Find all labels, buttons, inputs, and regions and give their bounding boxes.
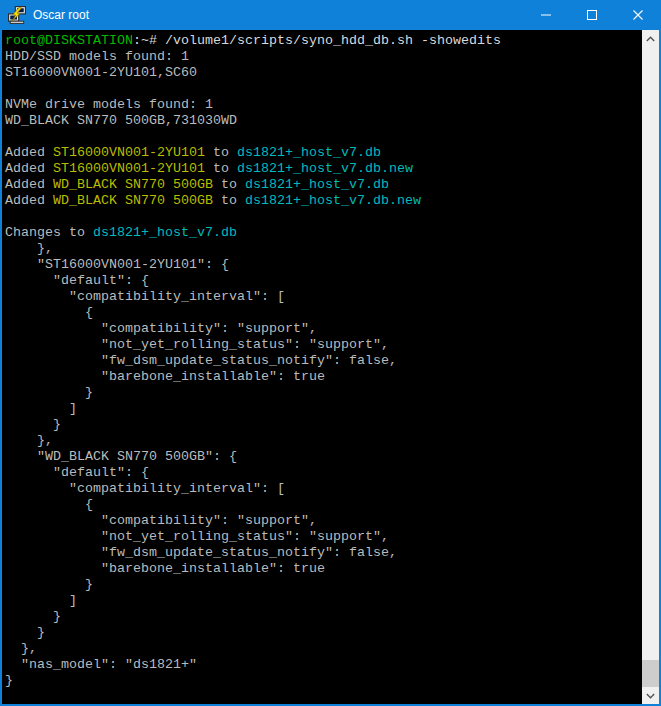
terminal-text-segment: ds1821+_host_v7.db.new (245, 193, 421, 208)
terminal-text-segment: :~# (133, 33, 165, 48)
terminal-text-segment: /volume1/scripts/syno_hdd_db.sh -showedi… (165, 33, 501, 48)
terminal-text-segment: "compatibility_interval": [ (5, 289, 285, 304)
terminal-text-segment: "nas_model": "ds1821+" (5, 657, 197, 672)
window-controls (523, 0, 661, 30)
terminal-line: } (5, 673, 642, 689)
terminal-line (5, 209, 642, 225)
terminal-text-segment: ds1821+_host_v7.db (245, 177, 389, 192)
terminal-line: "ST16000VN001-2YU101": { (5, 257, 642, 273)
terminal-text-segment: } (5, 577, 93, 592)
scrollbar[interactable] (642, 30, 659, 704)
terminal-line: } (5, 577, 642, 593)
terminal-line: { (5, 497, 642, 513)
terminal-line: NVMe drive models found: 1 (5, 97, 642, 113)
scroll-down-button[interactable] (642, 687, 659, 704)
titlebar[interactable]: Oscar root (0, 0, 661, 30)
terminal-line: ST16000VN001-2YU101,SC60 (5, 65, 642, 81)
terminal-line: "not_yet_rolling_status": "support", (5, 337, 642, 353)
maximize-button[interactable] (569, 0, 615, 30)
terminal-text-segment: to (213, 177, 245, 192)
terminal-text-segment: WD_BLACK SN770 500GB (53, 193, 213, 208)
terminal-line: "not_yet_rolling_status": "support", (5, 529, 642, 545)
terminal-text-segment: "WD_BLACK SN770 500GB": { (5, 449, 237, 464)
terminal-text-segment: Added (5, 161, 53, 176)
terminal-text-segment: Added (5, 177, 53, 192)
terminal-screen[interactable]: root@DISKSTATION:~# /volume1/scripts/syn… (2, 30, 642, 704)
terminal-text-segment: to (205, 145, 237, 160)
terminal-line: "fw_dsm_update_status_notify": false, (5, 545, 642, 561)
scroll-up-button[interactable] (642, 30, 659, 47)
terminal-line: WD_BLACK SN770 500GB,731030WD (5, 113, 642, 129)
window-title: Oscar root (33, 0, 89, 30)
putty-window: Oscar root root@DISKSTATION:~# /volume1 (0, 0, 661, 706)
terminal-text-segment: ] (5, 401, 77, 416)
terminal-text-segment: ] (5, 593, 77, 608)
terminal-text-segment: ds1821+_host_v7.db (237, 145, 381, 160)
terminal-line: Added ST16000VN001-2YU101 to ds1821+_hos… (5, 161, 642, 177)
terminal-text-segment: }, (5, 433, 53, 448)
terminal-line (5, 129, 642, 145)
terminal-text-segment: } (5, 609, 61, 624)
terminal-text-segment: "barebone_installable": true (5, 369, 325, 384)
terminal-line: { (5, 305, 642, 321)
terminal-line: Added WD_BLACK SN770 500GB to ds1821+_ho… (5, 193, 642, 209)
terminal-line: Changes to ds1821+_host_v7.db (5, 225, 642, 241)
terminal-line: "compatibility": "support", (5, 321, 642, 337)
terminal-line: }, (5, 241, 642, 257)
terminal-line: } (5, 625, 642, 641)
terminal-text-segment: "fw_dsm_update_status_notify": false, (5, 353, 397, 368)
chevron-down-icon (646, 693, 655, 699)
terminal-line: } (5, 609, 642, 625)
terminal-line: root@DISKSTATION:~# /volume1/scripts/syn… (5, 33, 642, 49)
terminal-text-segment: ds1821+_host_v7.db.new (237, 161, 413, 176)
terminal-text-segment: to (213, 193, 245, 208)
terminal-text-segment: WD_BLACK SN770 500GB,731030WD (5, 113, 237, 128)
putty-app-icon (8, 6, 26, 24)
terminal-text-segment: Changes to (5, 225, 93, 240)
maximize-icon (587, 10, 597, 20)
terminal-line: "WD_BLACK SN770 500GB": { (5, 449, 642, 465)
scrollbar-thumb[interactable] (642, 660, 659, 688)
minimize-button[interactable] (523, 0, 569, 30)
terminal-text-segment: NVMe drive models found: 1 (5, 97, 213, 112)
terminal-text-segment: }, (5, 641, 37, 656)
terminal-line: "default": { (5, 465, 642, 481)
terminal-line: "compatibility_interval": [ (5, 289, 642, 305)
terminal-text-segment: ST16000VN001-2YU101,SC60 (5, 65, 197, 80)
terminal-text-segment: { (5, 497, 93, 512)
terminal-text-segment: "default": { (5, 465, 149, 480)
terminal-text-segment: "fw_dsm_update_status_notify": false, (5, 545, 397, 560)
terminal-text-segment: "not_yet_rolling_status": "support", (5, 337, 389, 352)
terminal-text-segment: ST16000VN001-2YU101 (53, 161, 205, 176)
terminal-line: "nas_model": "ds1821+" (5, 657, 642, 673)
terminal-text-segment: ds1821+_host_v7.db (93, 225, 237, 240)
chevron-up-icon (646, 36, 655, 42)
terminal-text-segment: "not_yet_rolling_status": "support", (5, 529, 389, 544)
minimize-icon (541, 10, 551, 20)
terminal-text-segment: ST16000VN001-2YU101 (53, 145, 205, 160)
terminal-line: Added ST16000VN001-2YU101 to ds1821+_hos… (5, 145, 642, 161)
terminal-text-segment: "ST16000VN001-2YU101": { (5, 257, 229, 272)
close-icon (633, 10, 643, 20)
terminal-line: "default": { (5, 273, 642, 289)
terminal-line: ] (5, 401, 642, 417)
terminal-line: "compatibility": "support", (5, 513, 642, 529)
terminal-text-segment: { (5, 305, 93, 320)
terminal-text-segment: Added (5, 145, 53, 160)
terminal-text-segment: "barebone_installable": true (5, 561, 325, 576)
terminal-line: "barebone_installable": true (5, 561, 642, 577)
terminal-line: ] (5, 593, 642, 609)
terminal-text-segment: } (5, 417, 61, 432)
terminal-text-segment: "compatibility": "support", (5, 321, 317, 336)
terminal-line: } (5, 385, 642, 401)
terminal-line: }, (5, 433, 642, 449)
close-button[interactable] (615, 0, 661, 30)
terminal-line: }, (5, 641, 642, 657)
terminal-text-segment: } (5, 385, 93, 400)
terminal-line: "barebone_installable": true (5, 369, 642, 385)
window-client-area: root@DISKSTATION:~# /volume1/scripts/syn… (2, 30, 659, 704)
terminal-line: "compatibility_interval": [ (5, 481, 642, 497)
terminal-text-segment: to (205, 161, 237, 176)
terminal-text-segment: "default": { (5, 273, 149, 288)
terminal-line (5, 81, 642, 97)
